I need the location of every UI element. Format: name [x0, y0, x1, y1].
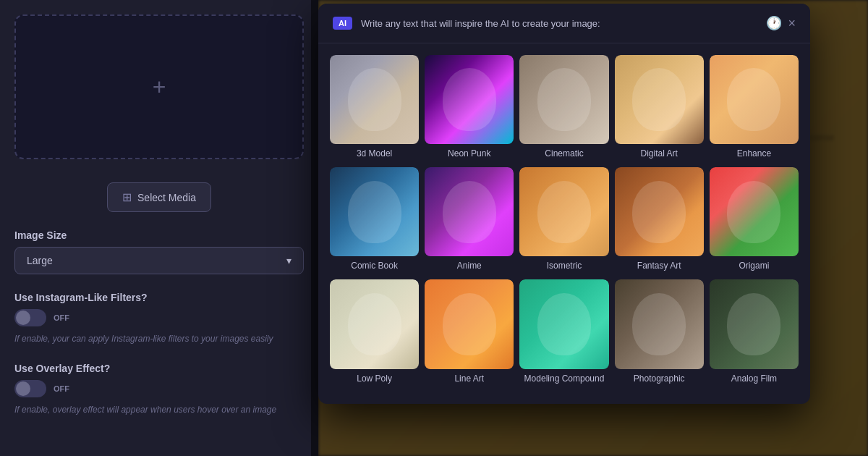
face-circle	[632, 68, 686, 130]
style-label-comic-book: Comic Book	[351, 261, 398, 274]
style-item-enhance[interactable]: Enhance	[710, 55, 799, 161]
style-label-low-poly: Low Poly	[357, 373, 392, 387]
plus-icon: +	[153, 74, 166, 101]
face-circle	[537, 293, 591, 355]
style-label-origami: Origami	[739, 261, 769, 274]
instagram-filter-row: OFF	[14, 309, 304, 326]
style-item-3d-model[interactable]: 3d Model	[330, 55, 419, 161]
style-label-digital-art: Digital Art	[641, 148, 678, 161]
style-image-neon-punk	[425, 55, 514, 144]
style-item-isometric[interactable]: Isometric	[519, 167, 608, 274]
face-circle	[727, 68, 780, 130]
history-button[interactable]: 🕐	[766, 15, 782, 31]
modal-body: 3d ModelNeon PunkCinematicDigital ArtEnh…	[318, 43, 810, 404]
image-size-group: Image Size Large ▾	[14, 229, 304, 274]
instagram-filter-state: OFF	[54, 313, 69, 322]
style-image-digital-art	[615, 55, 704, 144]
face-overlay	[425, 55, 514, 144]
style-item-photographic[interactable]: Photographic	[615, 279, 704, 386]
media-icon: ⊞	[122, 190, 132, 204]
instagram-filter-label: Use Instagram-Like Filters?	[14, 292, 304, 303]
face-overlay	[425, 279, 514, 368]
toggle-knob-2	[16, 381, 30, 396]
image-size-value: Large	[27, 255, 53, 266]
face-overlay	[710, 167, 799, 256]
style-item-anime[interactable]: Anime	[425, 167, 514, 274]
face-overlay	[519, 55, 608, 144]
style-label-neon-punk: Neon Punk	[448, 148, 490, 161]
face-overlay	[519, 279, 608, 368]
style-item-neon-punk[interactable]: Neon Punk	[425, 55, 514, 161]
face-overlay	[615, 55, 704, 144]
select-media-button[interactable]: ⊞ Select Media	[107, 182, 211, 212]
style-image-low-poly	[330, 279, 419, 368]
style-item-digital-art[interactable]: Digital Art	[615, 55, 704, 161]
style-label-cinematic: Cinematic	[545, 148, 583, 161]
overlay-effect-toggle[interactable]	[14, 380, 46, 397]
face-circle	[727, 181, 780, 243]
face-circle	[348, 293, 401, 355]
face-circle	[632, 293, 686, 355]
style-label-modeling-compound: Modeling Compound	[524, 373, 605, 387]
style-image-anime	[425, 167, 514, 256]
face-circle	[443, 293, 496, 355]
instagram-filter-toggle[interactable]	[14, 309, 46, 326]
face-circle	[443, 68, 496, 130]
style-image-origami	[710, 167, 799, 256]
overlay-effect-desc: If enable, overlay effect will appear wh…	[14, 403, 304, 416]
style-item-analog-film[interactable]: Analog Film	[710, 279, 799, 386]
sidebar: + ⊞ Select Media Image Size Large ▾ Use …	[0, 0, 318, 456]
face-overlay	[330, 167, 419, 256]
select-media-label: Select Media	[137, 192, 196, 203]
style-grid: 3d ModelNeon PunkCinematicDigital ArtEnh…	[330, 55, 799, 387]
modal-title: Write any text that will inspire the AI …	[361, 18, 600, 29]
style-image-isometric	[519, 167, 608, 256]
face-overlay	[710, 55, 799, 144]
style-label-enhance: Enhance	[737, 148, 771, 161]
style-image-line-art	[425, 279, 514, 368]
modal-overlay: AI Write any text that will inspire the …	[311, 0, 868, 456]
style-label-isometric: Isometric	[547, 261, 582, 274]
face-circle	[537, 181, 591, 243]
style-label-fantasy-art: Fantasy Art	[637, 261, 681, 274]
style-item-line-art[interactable]: Line Art	[425, 279, 514, 386]
style-image-enhance	[710, 55, 799, 144]
style-label-3d-model: 3d Model	[357, 148, 392, 161]
face-overlay	[425, 167, 514, 256]
face-circle	[537, 68, 591, 130]
style-label-analog-film: Analog Film	[731, 373, 777, 387]
overlay-effect-state: OFF	[54, 384, 69, 393]
face-circle	[632, 181, 686, 243]
style-item-fantasy-art[interactable]: Fantasy Art	[615, 167, 704, 274]
style-image-3d-model	[330, 55, 419, 144]
style-item-comic-book[interactable]: Comic Book	[330, 167, 419, 274]
style-item-modeling-compound[interactable]: Modeling Compound	[519, 279, 608, 386]
style-item-low-poly[interactable]: Low Poly	[330, 279, 419, 386]
chevron-down-icon: ▾	[286, 255, 292, 266]
modal-header: AI Write any text that will inspire the …	[318, 4, 810, 43]
ai-badge: AI	[333, 17, 352, 30]
style-label-photographic: Photographic	[634, 373, 685, 387]
style-item-origami[interactable]: Origami	[710, 167, 799, 274]
modal-header-left: AI Write any text that will inspire the …	[333, 17, 600, 30]
image-size-label: Image Size	[14, 229, 304, 241]
image-size-select[interactable]: Large ▾	[14, 247, 304, 274]
upload-area[interactable]: +	[14, 14, 304, 159]
face-overlay	[330, 55, 419, 144]
overlay-effect-group: Use Overlay Effect? OFF If enable, overl…	[14, 363, 304, 416]
modal-actions: 🕐 ×	[766, 15, 796, 31]
style-image-comic-book	[330, 167, 419, 256]
face-overlay	[710, 279, 799, 368]
face-overlay	[615, 167, 704, 256]
toggle-knob	[16, 311, 30, 325]
style-item-cinematic[interactable]: Cinematic	[519, 55, 608, 161]
style-label-line-art: Line Art	[454, 373, 484, 387]
face-overlay	[615, 279, 704, 368]
overlay-effect-row: OFF	[14, 380, 304, 397]
face-overlay	[330, 279, 419, 368]
face-circle	[348, 68, 401, 130]
close-button[interactable]: ×	[788, 16, 796, 31]
style-image-cinematic	[519, 55, 608, 144]
style-label-anime: Anime	[457, 261, 482, 274]
style-image-modeling-compound	[519, 279, 608, 368]
